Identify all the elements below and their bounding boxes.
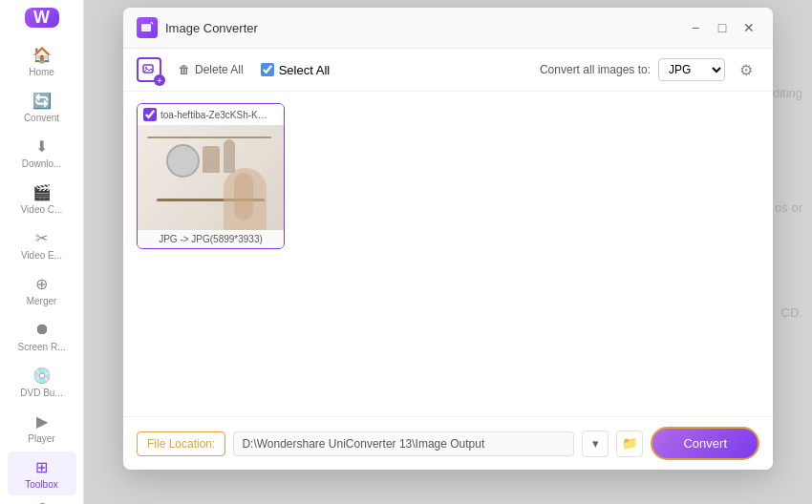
trash-icon: 🗑 [179, 63, 190, 76]
merger-icon: ⊕ [32, 274, 52, 293]
image-add-icon [142, 63, 156, 76]
video-compress-icon: 🎬 [32, 182, 52, 201]
minimize-button[interactable]: − [685, 17, 706, 38]
app-background: W 🏠 Home 🔄 Convent ⬇ Downlo... 🎬 Video C… [0, 0, 812, 504]
modal-icon [137, 17, 158, 38]
sidebar: W 🏠 Home 🔄 Convent ⬇ Downlo... 🎬 Video C… [0, 0, 84, 504]
toolbar-right: Convert all images to: JPG PNG BMP GIF T… [540, 56, 759, 83]
convert-area: Convert [651, 427, 759, 460]
select-all-container: Select All [261, 63, 330, 77]
svg-rect-0 [141, 24, 151, 32]
convert-button[interactable]: Convert [651, 427, 759, 460]
image-filename: toa-heftiba-Ze3cKSh-Kg... [160, 110, 270, 120]
modal-toolbar: + 🗑 Delete All Select All Convert all im… [123, 49, 773, 92]
image-thumbnail [138, 125, 284, 230]
path-dropdown-button[interactable]: ▾ [582, 430, 609, 457]
sidebar-item-label: DVD Bu... [20, 388, 62, 398]
sidebar-item-player[interactable]: ▶ Player [8, 406, 76, 450]
file-location-label: File Location: [137, 431, 225, 456]
arm-decoration [234, 173, 253, 220]
sidebar-item-download[interactable]: ⬇ Downlo... [8, 131, 76, 175]
modal-footer: File Location: ▾ 📁 Convert [123, 416, 773, 470]
app-logo: W [25, 8, 59, 28]
sidebar-bottom: ❓ 🔔 ⚙ [8, 497, 76, 504]
convert-all-label: Convert all images to: [540, 63, 651, 76]
download-icon: ⬇ [32, 136, 52, 156]
select-all-label: Select All [279, 63, 330, 77]
image-card[interactable]: toa-heftiba-Ze3cKSh-Kg... [137, 103, 285, 249]
item-decoration-2 [224, 139, 235, 173]
convert-icon: 🔄 [32, 91, 52, 110]
close-button[interactable]: ✕ [738, 17, 759, 38]
format-settings-button[interactable]: ⚙ [733, 56, 759, 83]
modal-title-text: Image Converter [165, 21, 258, 35]
folder-icon: 📁 [622, 436, 638, 451]
chevron-down-icon: ▾ [592, 436, 599, 451]
player-icon: ▶ [32, 411, 52, 430]
modal-overlay: Image Converter − □ ✕ [84, 0, 812, 504]
file-path-input[interactable] [233, 431, 574, 456]
image-converter-modal: Image Converter − □ ✕ [123, 8, 773, 470]
home-icon: 🏠 [32, 45, 52, 64]
shelf-top [147, 136, 271, 138]
item-decoration [203, 146, 220, 173]
sidebar-item-toolbox[interactable]: ⊞ Toolbox [8, 452, 76, 495]
sidebar-item-label: Player [28, 433, 54, 444]
add-plus-icon: + [154, 74, 165, 86]
add-image-button[interactable]: + [137, 57, 161, 82]
sidebar-item-video-edit[interactable]: ✂ Video E... [8, 222, 76, 266]
sidebar-item-convert[interactable]: 🔄 Convent [8, 85, 76, 129]
image-checkbox[interactable] [143, 108, 157, 121]
main-content: editing os or CD. Image Converter [84, 0, 812, 504]
dvd-burn-icon: 💿 [32, 366, 52, 385]
image-conversion-label: JPG -> JPG(5899*3933) [138, 230, 284, 248]
video-edit-icon: ✂ [32, 228, 52, 247]
maximize-button[interactable]: □ [712, 17, 733, 38]
sidebar-item-dvd-burn[interactable]: 💿 DVD Bu... [8, 360, 76, 404]
modal-title-area: Image Converter [137, 17, 258, 38]
sidebar-item-home[interactable]: 🏠 Home [8, 39, 76, 83]
sidebar-item-label: Convent [24, 113, 59, 123]
sidebar-item-label: Video E... [21, 250, 62, 261]
gear-icon: ⚙ [739, 61, 753, 79]
select-all-checkbox[interactable] [261, 63, 274, 76]
toolbox-icon: ⊞ [32, 457, 52, 476]
sidebar-item-label: Screen R... [17, 342, 65, 352]
modal-body: toa-heftiba-Ze3cKSh-Kg... [123, 92, 773, 416]
delete-all-button[interactable]: 🗑 Delete All [173, 60, 249, 79]
sidebar-item-help[interactable]: ❓ [8, 497, 76, 504]
window-controls: − □ ✕ [685, 17, 759, 38]
modal-titlebar: Image Converter − □ ✕ [123, 8, 773, 49]
screen-record-icon: ⏺ [32, 320, 52, 339]
sidebar-item-label: Home [29, 67, 54, 77]
image-grid: toa-heftiba-Ze3cKSh-Kg... [137, 103, 759, 249]
sidebar-item-label: Merger [27, 296, 57, 306]
sidebar-item-screen-record[interactable]: ⏺ Screen R... [8, 314, 76, 358]
sidebar-item-label: Downlo... [22, 158, 62, 169]
sidebar-item-merger[interactable]: ⊕ Merger [8, 268, 76, 312]
format-select[interactable]: JPG PNG BMP GIF TIFF WEBP [658, 58, 725, 81]
sidebar-item-video-compress[interactable]: 🎬 Video C... [8, 177, 76, 220]
sidebar-item-label: Video C... [21, 204, 63, 215]
sidebar-item-label: Toolbox [25, 479, 57, 490]
clock-decoration [166, 144, 200, 178]
path-folder-button[interactable]: 📁 [616, 430, 643, 457]
image-card-header: toa-heftiba-Ze3cKSh-Kg... [138, 104, 284, 125]
